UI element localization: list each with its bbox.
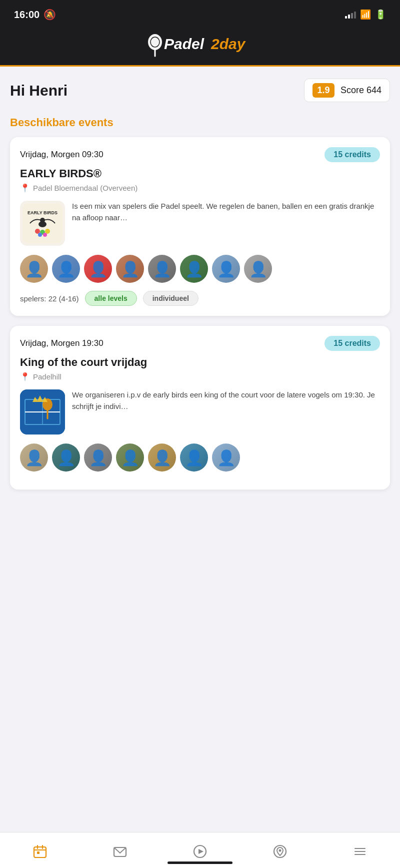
status-icons: 📶 🔋 [345,9,386,20]
svg-point-13 [43,233,47,237]
avatar-4: 👤 [116,255,144,283]
player-avatars-2: 👤 👤 👤 👤 👤 👤 👤 [20,444,380,472]
pin-icon-2: 📍 [20,372,30,381]
avatar-b6: 👤 [180,444,208,472]
nav-item-mail[interactable] [113,844,127,858]
main-content: Hi Henri 1.9 Score 644 Beschikbare event… [0,67,400,545]
event-location-text-2: Padelhill [33,372,62,381]
avatar-7: 👤 [212,255,240,283]
app-bar: Padel 2day [0,27,400,67]
svg-point-12 [38,233,42,237]
event-desc-row-1: EARLY BIRDS Is een mix van spelers die P… [20,201,380,246]
svg-text:Padel: Padel [164,36,204,52]
svg-rect-25 [37,851,40,854]
svg-point-30 [279,849,282,851]
score-value: Score 644 [340,85,382,96]
logo-svg: Padel 2day [145,32,255,57]
calendar-icon [33,844,47,858]
nav-item-location[interactable] [273,844,287,858]
greeting-text: Hi Henri [10,82,68,99]
avatar-b2: 👤 [52,444,80,472]
event-header-2: Vrijdag, Morgen 19:30 15 credits [20,336,380,351]
event-datetime-2: Vrijdag, Morgen 19:30 [20,338,104,348]
event-title-1: EARLY BIRDS® [20,167,380,180]
menu-icon [353,844,367,858]
kotc-logo-svg [20,389,65,435]
event-datetime-1: Vrijdag, Morgen 09:30 [20,150,104,160]
page-header: Hi Henri 1.9 Score 644 [10,79,390,102]
event-header-1: Vrijdag, Morgen 09:30 15 credits [20,147,380,162]
event-logo-2 [20,389,65,435]
nav-item-play[interactable] [193,844,207,858]
event-desc-text-2: We organiseren i.p.v de early birds een … [72,389,380,435]
credits-badge-2: 15 credits [324,336,380,351]
status-time: 16:00 [14,9,40,21]
battery-icon: 🔋 [375,9,386,20]
section-title: Beschikbare events [10,116,390,129]
early-birds-logo-svg: EARLY BIRDS [22,203,62,243]
avatar-8: 👤 [244,255,272,283]
status-time-group: 16:00 🔕 [14,9,56,21]
event-footer-1: spelers: 22 (4-16) alle levels individue… [20,291,380,306]
bell-muted-icon: 🔕 [44,9,56,21]
svg-marker-28 [198,849,204,854]
event-card-1[interactable]: Vrijdag, Morgen 09:30 15 credits EARLY B… [10,137,390,316]
svg-text:2day: 2day [210,36,246,52]
avatar-b5: 👤 [148,444,176,472]
credits-badge-1: 15 credits [324,147,380,162]
tag-levels-1: alle levels [85,291,137,306]
avatar-b4: 👤 [116,444,144,472]
avatar-b7: 👤 [212,444,240,472]
players-info-1: spelers: 22 (4-16) [20,294,79,303]
svg-point-8 [40,218,45,223]
wifi-icon: 📶 [360,9,371,20]
avatar-b3: 👤 [84,444,112,472]
tag-type-1: individueel [143,291,198,306]
svg-point-0 [148,34,162,50]
score-level: 1.9 [312,83,334,98]
event-logo-1: EARLY BIRDS [20,201,65,246]
player-avatars-1: 👤 👤 👤 👤 👤 👤 👤 👤 [20,255,380,283]
event-location-1: 📍 Padel Bloemendaal (Overveen) [20,183,380,193]
mail-icon [113,844,127,858]
nav-item-menu[interactable] [353,844,367,858]
pin-icon-1: 📍 [20,183,30,193]
event-title-2: King of the court vrijdag [20,356,380,369]
avatar-5: 👤 [148,255,176,283]
avatar-b1: 👤 [20,444,48,472]
svg-rect-21 [34,847,46,857]
app-logo: Padel 2day [145,32,255,57]
avatar-3: 👤 [84,255,112,283]
event-desc-row-2: We organiseren i.p.v de early birds een … [20,389,380,435]
event-card-2[interactable]: Vrijdag, Morgen 19:30 15 credits King of… [10,326,390,490]
event-desc-text-1: Is een mix van spelers die Padel speelt.… [72,201,380,246]
score-badge: 1.9 Score 644 [304,79,390,102]
nav-item-calendar[interactable] [33,844,47,858]
svg-text:EARLY BIRDS: EARLY BIRDS [28,210,58,215]
status-bar: 16:00 🔕 📶 🔋 [0,0,400,27]
avatar-2: 👤 [52,255,80,283]
avatar-1: 👤 [20,255,48,283]
avatar-6: 👤 [180,255,208,283]
event-location-2: 📍 Padelhill [20,372,380,381]
location-icon [273,844,287,858]
event-location-text-1: Padel Bloemendaal (Overveen) [33,184,138,192]
signal-icon [345,11,356,19]
play-icon [193,844,207,858]
home-indicator [168,861,232,864]
